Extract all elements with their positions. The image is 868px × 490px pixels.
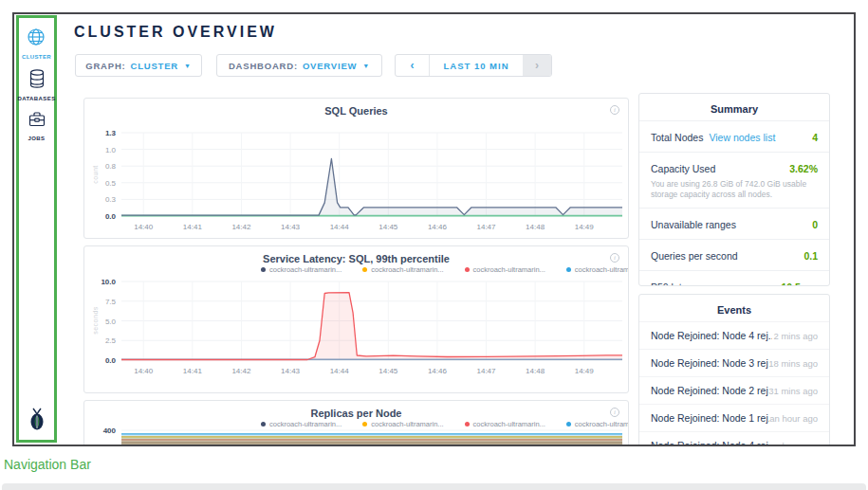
globe-icon <box>26 27 46 51</box>
graph-dropdown-label: GRAPH: <box>85 61 125 71</box>
dashboard-dropdown-value: OVERVIEW <box>303 61 357 71</box>
events-title: Events <box>639 295 829 321</box>
summary-panel: Summary Total NodesView nodes list4Capac… <box>638 93 830 286</box>
event-row[interactable]: Node Rejoined: Node 2 rej...31 mins ago <box>639 376 829 404</box>
summary-title: Summary <box>639 94 829 120</box>
svg-text:0.0: 0.0 <box>105 212 117 221</box>
summary-row-value: 10.5 ms <box>781 281 818 286</box>
page-title: CLUSTER OVERVIEW <box>74 24 277 41</box>
sidebar-item-label: DATABASES <box>17 96 55 101</box>
event-time: 2 mins ago <box>774 331 818 341</box>
svg-text:seconds: seconds <box>92 306 99 335</box>
event-time: an hour ago <box>769 441 818 447</box>
event-row[interactable]: Node Rejoined: Node 1 rej...an hour ago <box>639 404 829 431</box>
service-latency-chart-card: Service Latency: SQL, 99th percentile i … <box>83 245 629 393</box>
chevron-down-icon: ▼ <box>362 63 370 69</box>
view-nodes-list-link[interactable]: View nodes list <box>709 132 775 143</box>
summary-row: P50 latency10.5 ms <box>639 270 829 286</box>
svg-text:2.5: 2.5 <box>105 336 117 345</box>
sidebar-item-label: JOBS <box>28 136 46 141</box>
events-panel: Events Node Rejoined: Node 4 rej...2 min… <box>638 294 830 446</box>
svg-text:14:47: 14:47 <box>477 223 497 231</box>
svg-text:14:49: 14:49 <box>575 223 595 231</box>
event-row[interactable]: Node Rejoined: Node 4 rej...2 mins ago <box>639 321 829 349</box>
replicas-per-node-chart-card: Replicas per Node i cockroach-ultramarin… <box>83 400 629 446</box>
svg-text:14:42: 14:42 <box>231 223 251 231</box>
svg-text:400: 400 <box>103 426 117 435</box>
svg-text:14:43: 14:43 <box>281 223 301 231</box>
svg-text:0.3: 0.3 <box>105 195 117 204</box>
svg-text:0.5: 0.5 <box>105 179 117 188</box>
svg-text:14:45: 14:45 <box>379 367 398 375</box>
event-time: 18 mins ago <box>768 358 818 369</box>
app-window: CLUSTER DATABASES <box>12 12 856 446</box>
svg-text:14:41: 14:41 <box>183 367 203 375</box>
svg-text:14:48: 14:48 <box>526 223 545 231</box>
page-bottom-bar <box>2 483 866 490</box>
event-text: Node Rejoined: Node 2 rej... <box>651 385 768 396</box>
event-text: Node Rejoined: Node 3 rej... <box>651 357 768 369</box>
chart-plot: 1.31.00.80.50.30.014:4014:4114:4214:4314… <box>84 99 628 239</box>
database-icon <box>28 68 46 93</box>
svg-text:14:47: 14:47 <box>477 367 497 375</box>
event-time: an hour ago <box>769 413 818 424</box>
svg-text:0.0: 0.0 <box>105 356 117 365</box>
summary-row: Total NodesView nodes list4 <box>639 120 829 152</box>
time-prev-button[interactable]: ‹ <box>396 55 430 76</box>
event-row[interactable]: Node Rejoined: Node 4 rej...an hour ago <box>639 431 829 446</box>
time-next-button-disabled: › <box>523 55 551 76</box>
svg-text:5.0: 5.0 <box>105 318 117 326</box>
svg-text:1.3: 1.3 <box>105 129 117 137</box>
graph-dropdown-value: CLUSTER <box>131 61 178 71</box>
summary-row-value: 4 <box>812 132 818 143</box>
svg-text:count: count <box>92 165 99 184</box>
time-range-selector: ‹ LAST 10 MIN › <box>395 54 552 77</box>
svg-text:14:45: 14:45 <box>379 223 398 231</box>
svg-text:7.5: 7.5 <box>105 298 117 306</box>
svg-text:0.8: 0.8 <box>105 162 117 171</box>
svg-text:14:40: 14:40 <box>134 367 154 375</box>
event-row[interactable]: Node Rejoined: Node 3 rej...18 mins ago <box>639 349 829 376</box>
svg-text:1.0: 1.0 <box>105 146 117 154</box>
dashboard-dropdown[interactable]: DASHBOARD: OVERVIEW ▼ <box>216 54 382 77</box>
svg-text:14:40: 14:40 <box>134 223 154 231</box>
chart-plot: 10.07.55.02.50.014:4014:4114:4214:4314:4… <box>84 246 628 393</box>
time-range-value[interactable]: LAST 10 MIN <box>430 55 523 76</box>
svg-text:14:48: 14:48 <box>526 367 545 375</box>
svg-text:14:42: 14:42 <box>231 367 251 375</box>
summary-row-label: Total Nodes <box>651 132 703 143</box>
svg-text:14:49: 14:49 <box>575 367 595 375</box>
sidebar-item-cluster[interactable]: CLUSTER <box>22 27 51 60</box>
sql-queries-chart-card: SQL Queries i 1.31.00.80.50.30.014:4014:… <box>83 98 629 239</box>
svg-text:14:46: 14:46 <box>428 367 448 375</box>
chart-plot: 400 <box>84 401 628 446</box>
svg-text:14:44: 14:44 <box>330 367 350 375</box>
graph-dropdown[interactable]: GRAPH: CLUSTER ▼ <box>75 54 202 77</box>
svg-text:14:44: 14:44 <box>330 223 350 231</box>
briefcase-icon <box>28 110 46 133</box>
chevron-down-icon: ▼ <box>184 63 192 69</box>
summary-row-label: Capacity Used <box>651 163 715 174</box>
summary-row-label: Unavailable ranges <box>651 219 736 230</box>
sidebar-item-label: CLUSTER <box>22 54 51 60</box>
dashboard-dropdown-label: DASHBOARD: <box>229 61 298 71</box>
svg-text:10.0: 10.0 <box>101 278 116 286</box>
event-text: Node Rejoined: Node 1 rej... <box>651 412 769 424</box>
summary-row-value: 0 <box>812 219 818 230</box>
summary-row-value: 0.1 <box>803 250 818 262</box>
cockroachdb-logo <box>25 407 49 435</box>
summary-row: Unavailable ranges0 <box>639 208 829 239</box>
svg-text:14:41: 14:41 <box>183 223 203 231</box>
capacity-note: You are using 26.8 GiB of 742.0 GiB usab… <box>639 179 829 208</box>
summary-row-label: Queries per second <box>651 250 738 262</box>
summary-row-label: P50 latency <box>651 281 703 286</box>
event-time: 31 mins ago <box>768 386 818 396</box>
event-text: Node Rejoined: Node 4 rej... <box>651 440 769 446</box>
annotation-navigation-bar-label: Navigation Bar <box>4 457 91 472</box>
sidebar-item-jobs[interactable]: JOBS <box>28 110 46 141</box>
sidebar-item-databases[interactable]: DATABASES <box>17 68 55 101</box>
navigation-bar: CLUSTER DATABASES <box>16 15 57 443</box>
svg-text:14:43: 14:43 <box>281 367 301 375</box>
summary-row: Queries per second0.1 <box>639 239 829 270</box>
summary-row-value: 3.62% <box>789 163 818 174</box>
